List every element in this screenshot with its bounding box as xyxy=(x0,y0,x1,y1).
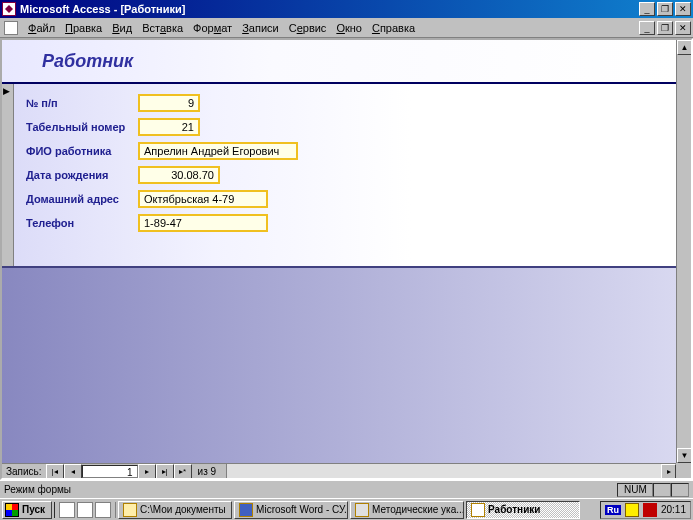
recnav-last-button[interactable]: ▸| xyxy=(156,464,174,479)
word-icon xyxy=(239,503,253,517)
system-tray: Ru 20:11 xyxy=(600,501,691,519)
taskbar-btn-word[interactable]: Microsoft Word - СУ... xyxy=(234,501,348,519)
recnav-prev-button[interactable]: ◂ xyxy=(64,464,82,479)
status-cell-1 xyxy=(653,483,671,497)
statusbar: Режим формы NUM xyxy=(0,480,693,498)
window-title: Microsoft Access - [Работники] xyxy=(20,3,639,15)
start-button[interactable]: Пуск xyxy=(2,501,52,519)
scroll-corner xyxy=(676,463,691,478)
menu-edit[interactable]: Правка xyxy=(65,22,102,34)
field-fio[interactable]: Апрелин Андрей Егорович xyxy=(138,142,298,160)
mdi-restore-button[interactable]: ❐ xyxy=(657,21,673,35)
recnav-label: Запись: xyxy=(2,466,46,477)
mdi-minimize-button[interactable]: _ xyxy=(639,21,655,35)
mdi-close-button[interactable]: ✕ xyxy=(675,21,691,35)
taskbar: Пуск C:\Мои документы Microsoft Word - С… xyxy=(0,498,693,520)
taskbar-btn-label: C:\Мои документы xyxy=(140,504,226,515)
row-fio: ФИО работника Апрелин Андрей Егорович xyxy=(26,140,676,162)
row-dob: Дата рождения 30.08.70 xyxy=(26,164,676,186)
recnav-next-button[interactable]: ▸ xyxy=(138,464,156,479)
label-tab: Табельный номер xyxy=(26,121,138,133)
field-addr[interactable]: Октябрьская 4-79 xyxy=(138,190,268,208)
quick-launch xyxy=(54,502,116,518)
folder-icon xyxy=(123,503,137,517)
field-num[interactable]: 9 xyxy=(138,94,200,112)
workspace: Работник № п/п 9 Табельный номер 21 ФИО … xyxy=(0,38,693,480)
language-indicator[interactable]: Ru xyxy=(605,505,621,515)
tray-icon-1[interactable] xyxy=(625,503,639,517)
menu-view[interactable]: Вид xyxy=(112,22,132,34)
menubar: Файл Правка Вид Вставка Формат Записи Се… xyxy=(0,18,693,38)
form-title: Работник xyxy=(2,40,676,84)
vertical-scrollbar[interactable]: ▲ ▼ xyxy=(676,40,691,463)
label-addr: Домашний адрес xyxy=(26,193,138,205)
ql-icon-1[interactable] xyxy=(59,502,75,518)
menu-format[interactable]: Формат xyxy=(193,22,232,34)
start-label: Пуск xyxy=(22,504,45,515)
taskbar-btn-label: Работники xyxy=(488,504,540,515)
menu-records[interactable]: Записи xyxy=(242,22,279,34)
status-mode: Режим формы xyxy=(4,484,71,495)
taskbar-btn-folder[interactable]: C:\Мои документы xyxy=(118,501,232,519)
menu-help[interactable]: Справка xyxy=(372,22,415,34)
label-fio: ФИО работника xyxy=(26,145,138,157)
row-tab: Табельный номер 21 xyxy=(26,116,676,138)
menu-file[interactable]: Файл xyxy=(28,22,55,34)
record-navigator-bar: Запись: |◂ ◂ 1 ▸ ▸| ▸* из 9 ▸ xyxy=(2,463,676,478)
taskbar-btn-label: Microsoft Word - СУ... xyxy=(256,504,348,515)
tray-icon-2[interactable] xyxy=(643,503,657,517)
horizontal-scroll-track[interactable] xyxy=(226,464,661,479)
taskbar-btn-method[interactable]: Методические ука... xyxy=(350,501,464,519)
recnav-current[interactable]: 1 xyxy=(82,465,138,478)
row-phone: Телефон 1-89-47 xyxy=(26,212,676,234)
form-footer-area xyxy=(2,266,676,463)
windows-logo-icon xyxy=(5,503,19,517)
scroll-up-button[interactable]: ▲ xyxy=(677,40,692,55)
maximize-button[interactable]: ❐ xyxy=(657,2,673,16)
menu-window[interactable]: Окно xyxy=(336,22,362,34)
taskbar-btn-label: Методические ука... xyxy=(372,504,464,515)
label-phone: Телефон xyxy=(26,217,138,229)
form-icon[interactable] xyxy=(4,21,18,35)
ql-icon-2[interactable] xyxy=(77,502,93,518)
menu-tools[interactable]: Сервис xyxy=(289,22,327,34)
label-num: № п/п xyxy=(26,97,138,109)
label-dob: Дата рождения xyxy=(26,169,138,181)
row-num: № п/п 9 xyxy=(26,92,676,114)
field-dob[interactable]: 30.08.70 xyxy=(138,166,220,184)
row-addr: Домашний адрес Октябрьская 4-79 xyxy=(26,188,676,210)
doc-icon xyxy=(355,503,369,517)
access-app-icon xyxy=(2,2,16,16)
taskbar-btn-active[interactable]: Работники xyxy=(466,501,580,519)
titlebar: Microsoft Access - [Работники] _ ❐ ✕ xyxy=(0,0,693,18)
tray-clock[interactable]: 20:11 xyxy=(661,504,686,515)
recnav-first-button[interactable]: |◂ xyxy=(46,464,64,479)
field-phone[interactable]: 1-89-47 xyxy=(138,214,268,232)
recnav-of-label: из 9 xyxy=(192,466,223,477)
record-selector[interactable] xyxy=(2,84,14,266)
field-tab[interactable]: 21 xyxy=(138,118,200,136)
ql-icon-3[interactable] xyxy=(95,502,111,518)
scroll-right-button[interactable]: ▸ xyxy=(661,464,676,479)
minimize-button[interactable]: _ xyxy=(639,2,655,16)
status-cell-2 xyxy=(671,483,689,497)
scroll-down-button[interactable]: ▼ xyxy=(677,448,692,463)
menu-insert[interactable]: Вставка xyxy=(142,22,183,34)
close-button[interactable]: ✕ xyxy=(675,2,691,16)
form-icon xyxy=(471,503,485,517)
form-area: Работник № п/п 9 Табельный номер 21 ФИО … xyxy=(2,40,676,463)
status-num: NUM xyxy=(617,483,653,497)
recnav-new-button[interactable]: ▸* xyxy=(174,464,192,479)
